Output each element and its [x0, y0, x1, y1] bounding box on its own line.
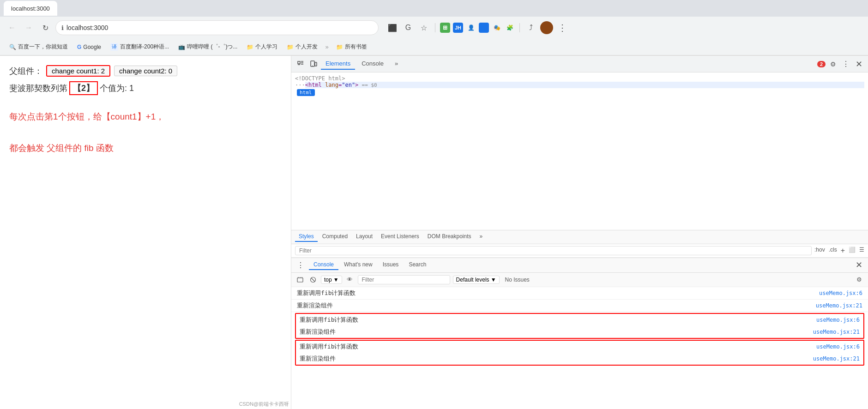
bookmark-label: 百度一下，你就知道 — [18, 43, 68, 51]
console-tab-issues[interactable]: Issues — [378, 260, 404, 270]
nav-icons: ⬛ G ☆ ⊞ JH 👤 🎭 🧩 ⤴ ⋮ — [386, 21, 569, 34]
address-bar[interactable]: ℹ localhost:3000 — [55, 20, 379, 35]
styles-filter-row: :hov .cls + ⬜ ☰ — [291, 244, 868, 258]
console-top-select[interactable]: top ▼ — [321, 276, 342, 284]
ext-jh-icon[interactable]: JH — [453, 23, 463, 33]
svg-rect-8 — [297, 278, 303, 282]
translate-icon[interactable]: G — [402, 21, 415, 34]
styles-tab-event-listeners[interactable]: Event Listeners — [377, 232, 423, 242]
forward-button[interactable]: → — [22, 21, 35, 34]
cast-icon[interactable]: ⬛ — [386, 21, 399, 34]
nav-bar: ← → ↻ ℹ localhost:3000 ⬛ G ☆ ⊞ JH 👤 🎭 🧩 … — [0, 17, 868, 39]
bookmark-personal-learn[interactable]: 📁 个人学习 — [243, 42, 281, 52]
ext-dot-blue[interactable] — [479, 23, 489, 33]
console-levels-select[interactable]: Default levels ▼ — [453, 276, 500, 284]
log-link-4[interactable]: useMemo.jsx:21 — [813, 329, 860, 335]
log-row-5: 重新调用fib计算函数 useMemo.jsx:6 — [296, 341, 863, 353]
bookmark-label: 哔哩哔哩 (゜-゜)つ... — [187, 43, 237, 51]
log-row-3: 重新调用fib计算函数 useMemo.jsx:6 — [296, 314, 863, 326]
console-ban-btn[interactable] — [308, 275, 318, 285]
reload-button[interactable]: ↻ — [39, 21, 52, 34]
log-link-6[interactable]: useMemo.jsx:21 — [813, 355, 860, 362]
tab-elements[interactable]: Elements — [321, 58, 355, 70]
parent-label: 父组件： — [9, 66, 42, 77]
console-filter-input[interactable] — [358, 275, 450, 284]
console-gear-btn[interactable]: ⚙ — [854, 275, 864, 285]
ext-grid-icon[interactable]: ⊞ — [440, 23, 450, 33]
devtools-header: Elements Console » 2 ⚙ ⋮ ✕ — [291, 56, 868, 72]
console-close-button[interactable]: ✕ — [853, 259, 864, 271]
log-row-1: 重新调用fib计算函数 useMemo.jsx:6 — [291, 287, 868, 300]
svg-rect-6 — [315, 62, 317, 66]
console-levels-label: Default levels — [456, 277, 489, 283]
star-icon[interactable]: ☆ — [417, 21, 430, 34]
html-open: < — [305, 82, 308, 88]
security-icon: ℹ — [61, 24, 64, 31]
btn-count1[interactable]: change count1: 2 — [46, 65, 110, 77]
device-toggle-icon[interactable] — [308, 59, 319, 70]
log-text-4: 重新渲染组件 — [300, 328, 336, 336]
bookmark-google[interactable]: G Google — [73, 42, 105, 52]
ext-puzzle[interactable]: 🧩 — [505, 23, 515, 33]
cls-btn[interactable]: .cls — [829, 247, 837, 255]
devtools-settings-icon[interactable]: ⚙ — [827, 59, 838, 70]
styles-filter-input[interactable] — [295, 246, 812, 255]
console-clear-btn[interactable] — [295, 275, 305, 285]
bookmark-icon: 📺 — [178, 44, 185, 50]
console-eye-btn[interactable]: 👁 — [345, 275, 355, 285]
fib-prefix: 斐波那契数列第 — [9, 83, 67, 94]
log-text-6: 重新渲染组件 — [300, 355, 336, 363]
detach-icon[interactable]: ⤴ — [524, 21, 537, 34]
console-tab-console[interactable]: Console — [309, 260, 338, 270]
devtools-more-icon[interactable]: ⋮ — [840, 59, 851, 70]
tab-more[interactable]: » — [390, 58, 403, 70]
back-button[interactable]: ← — [6, 21, 18, 34]
html-chip: html — [297, 89, 315, 96]
style-icon2[interactable]: ⬜ — [849, 247, 856, 255]
active-tab[interactable]: localhost:3000 — [4, 1, 57, 16]
menu-button[interactable]: ⋮ — [556, 22, 569, 33]
console-tab-whatsnew[interactable]: What's new — [339, 260, 377, 270]
bookmark-translate[interactable]: 译 百度翻译-200种语... — [107, 42, 173, 52]
log-link-1[interactable]: useMemo.jsx:6 — [819, 290, 862, 296]
svg-point-7 — [312, 65, 313, 66]
styles-filter-actions: :hov .cls + ⬜ ☰ — [814, 247, 864, 255]
hov-btn[interactable]: :hov — [814, 247, 825, 255]
bookmark-all[interactable]: 📁 所有书签 — [332, 42, 371, 52]
html-lang-line[interactable]: ··· <html lang="en"> == $0 — [295, 82, 864, 88]
styles-tab-dom-breakpoints[interactable]: DOM Breakpoints — [424, 232, 475, 242]
console-tab-search[interactable]: Search — [404, 260, 431, 270]
console-drag-icon[interactable]: ⋮ — [295, 259, 306, 271]
bookmark-icon: 译 — [110, 43, 118, 51]
btn-count2[interactable]: change count2: 0 — [114, 66, 177, 76]
profile-avatar[interactable] — [540, 21, 553, 34]
styles-tab-styles[interactable]: Styles — [295, 232, 318, 242]
more-bookmarks-icon[interactable]: » — [323, 43, 330, 50]
ext-avatar2[interactable]: 🎭 — [492, 23, 502, 33]
style-icon3[interactable]: ☰ — [859, 247, 864, 255]
html-chip-line: html — [295, 89, 864, 96]
bookmark-label: 所有书签 — [345, 43, 367, 51]
devtools-close-button[interactable]: ✕ — [853, 59, 864, 70]
separator — [435, 23, 435, 32]
svg-line-13 — [311, 278, 315, 282]
log-link-5[interactable]: useMemo.jsx:6 — [816, 343, 860, 350]
tab-console[interactable]: Console — [357, 58, 388, 70]
bookmark-bilibili[interactable]: 📺 哔哩哔哩 (゜-゜)つ... — [175, 42, 241, 52]
html-doctype-line: <!DOCTYPE html> — [295, 75, 864, 82]
styles-tab-layout[interactable]: Layout — [352, 232, 376, 242]
styles-tab-computed[interactable]: Computed — [319, 232, 351, 242]
styles-tab-more[interactable]: » — [476, 232, 487, 242]
add-style-btn[interactable]: + — [841, 247, 845, 255]
console-levels-dropdown: ▼ — [491, 277, 496, 283]
bookmark-personal-dev[interactable]: 📁 个人开发 — [283, 42, 321, 52]
ellipsis: ··· — [295, 82, 305, 88]
bookmark-baidu[interactable]: 🔍 百度一下，你就知道 — [6, 42, 72, 52]
log-text-2: 重新渲染组件 — [297, 301, 333, 310]
inspect-element-icon[interactable] — [295, 59, 306, 70]
tab-bar: localhost:3000 — [0, 0, 868, 17]
ext-user-icon[interactable]: 👤 — [466, 23, 476, 33]
log-link-3[interactable]: useMemo.jsx:6 — [816, 317, 860, 323]
log-link-2[interactable]: useMemo.jsx:21 — [816, 302, 862, 309]
doctype-text: <!DOCTYPE html> — [295, 75, 345, 82]
